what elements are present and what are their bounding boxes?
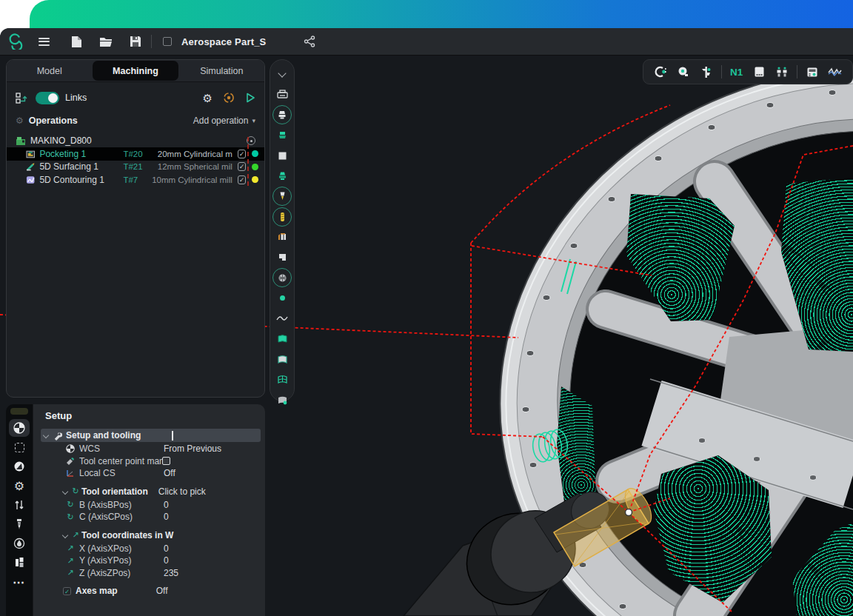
row-axis-z[interactable]: ↗ Z (AxisZPos) 235	[33, 567, 265, 580]
run-play-icon[interactable]	[245, 93, 255, 103]
row-axis-c[interactable]: ↻ C (AxisCPos) 0	[33, 511, 265, 523]
row-axis-x[interactable]: ↗ X (AxisXPos) 0	[33, 543, 265, 555]
tab-model[interactable]: Model	[7, 60, 92, 81]
add-operation-button[interactable]: Add operation▾	[193, 116, 255, 126]
surfacing-icon	[26, 162, 35, 171]
operations-header: ⚙ Operations Add operation▾	[7, 112, 264, 130]
tab-machining[interactable]: Machining	[93, 61, 178, 81]
tool-holder-block-icon[interactable]	[9, 554, 30, 572]
group-axes-map[interactable]: ✓ Axes map Off	[41, 584, 261, 597]
tool-pair-icon[interactable]	[772, 62, 792, 81]
selection-icon[interactable]	[9, 438, 30, 456]
row-wcs[interactable]: WCS From Previous	[33, 443, 265, 455]
row-local-cs[interactable]: Local CS Off	[33, 467, 265, 480]
separator	[721, 65, 722, 78]
wcs-icon[interactable]	[9, 419, 30, 437]
tab-simulation[interactable]: Simulation	[179, 60, 264, 81]
row-axis-y[interactable]: ↗ Y (AxisYPos) 0	[33, 555, 265, 567]
surface-face-icon[interactable]	[272, 390, 292, 409]
operation-row-contouring[interactable]: 5D Contouring 1 T#7 10mm Cylindrical mil…	[7, 173, 264, 187]
pocketing-icon	[26, 150, 35, 158]
window-gradient-strip	[30, 0, 853, 31]
machine-row[interactable]: MAKINO_D800	[7, 134, 264, 147]
menu-icon[interactable]	[33, 32, 55, 51]
title-bar: Aerospace Part_S	[0, 28, 853, 56]
document-icon[interactable]	[156, 32, 178, 51]
tool-shank-icon[interactable]	[272, 207, 292, 227]
app-logo-icon[interactable]	[4, 32, 27, 51]
tcp-icon	[66, 457, 75, 466]
die-icon[interactable]	[272, 248, 292, 267]
row-axis-b[interactable]: ↻ B (AxisBPos) 0	[33, 499, 265, 512]
cutting-tool-icon[interactable]	[272, 187, 292, 206]
surface-teal-icon[interactable]	[272, 329, 292, 349]
group-tool-orientation[interactable]: ↻ Tool orientation Click to pick	[41, 485, 261, 498]
mesh-sphere-icon[interactable]	[272, 268, 292, 287]
more-icon[interactable]: ⋯	[9, 573, 30, 591]
links-toggle[interactable]	[36, 92, 59, 104]
surface-light-icon[interactable]	[272, 349, 292, 369]
contouring-icon	[26, 175, 35, 184]
axis-diagonal-icon: ↗	[71, 530, 80, 540]
visibility-checkbox[interactable]: ✓	[238, 175, 247, 184]
visibility-checkbox[interactable]: ✓	[238, 150, 247, 158]
machine-icon	[16, 136, 26, 146]
stock-icon[interactable]	[272, 126, 292, 145]
surface-mesh-icon[interactable]	[272, 370, 292, 389]
chevron-down-icon	[43, 432, 49, 438]
group-setup-and-tooling[interactable]: Setup and tooling	[41, 429, 261, 442]
calculator-icon[interactable]	[803, 62, 823, 81]
plane-icon[interactable]	[272, 146, 292, 165]
collapse-chevron-icon[interactable]	[272, 64, 292, 84]
operations-tree: MAKINO_D800 Pocketing 1 T#20 20mm Cylind…	[7, 134, 264, 187]
tool-tip-point	[626, 509, 632, 516]
share-icon[interactable]	[298, 32, 321, 51]
setup-icon-strip: ⚙ ⋯	[6, 404, 33, 616]
c-axis-icon[interactable]	[651, 62, 671, 81]
machine-view-icon[interactable]	[272, 85, 292, 104]
operation-row-surfacing[interactable]: 5D Surfacing 1 T#21 12mm Spherical mil ✓	[7, 161, 264, 174]
curve-icon[interactable]	[272, 309, 292, 328]
coolant-icon[interactable]	[9, 535, 30, 552]
compass-icon[interactable]	[9, 458, 30, 475]
clamp-icon[interactable]	[272, 227, 292, 247]
axis-diagonal-icon: ↗	[66, 568, 75, 578]
point-icon[interactable]	[272, 289, 292, 308]
axis-diagonal-icon: ↗	[66, 543, 75, 553]
open-file-icon[interactable]	[95, 32, 117, 51]
group-tool-coordinates[interactable]: ↗ Tool coordinates in W	[41, 529, 261, 542]
helix-toolpath	[531, 259, 576, 463]
new-file-icon[interactable]	[65, 32, 87, 51]
optimize-target-icon[interactable]	[223, 92, 235, 104]
fixture-icon[interactable]	[272, 167, 292, 186]
row-tool-center-point[interactable]: Tool center point man	[33, 455, 265, 468]
drill-tool-icon[interactable]	[9, 515, 30, 533]
separator	[797, 65, 797, 78]
axis-diagonal-icon: ↗	[66, 556, 75, 566]
chevron-down-icon	[62, 532, 68, 538]
tool-holder-icon[interactable]	[272, 105, 292, 124]
document-title: Aerospace Part_S	[181, 36, 266, 47]
chevron-down-icon	[62, 488, 68, 494]
operations-gear-icon: ⚙	[16, 116, 24, 125]
travel-limits-icon[interactable]	[9, 496, 30, 514]
axes-map-checkbox[interactable]: ✓	[63, 587, 71, 595]
backplot-icon[interactable]	[749, 62, 769, 81]
settings-icon[interactable]: ⚙	[9, 477, 30, 495]
machine-name: MAKINO_D800	[30, 135, 92, 146]
operation-row-pocketing[interactable]: Pocketing 1 T#20 20mm Cylindrical m ✓	[7, 147, 264, 161]
strip-handle[interactable]	[10, 408, 28, 415]
visibility-checkbox[interactable]: ✓	[238, 162, 247, 171]
caliper-icon[interactable]	[696, 62, 716, 81]
tcp-checkbox[interactable]	[162, 457, 170, 465]
wrench-icon	[53, 431, 62, 441]
settings-gear-icon[interactable]: ⚙	[203, 93, 213, 104]
nc-code-icon[interactable]: N1	[726, 62, 746, 81]
analysis-graph-icon[interactable]	[826, 62, 846, 81]
mode-tabs: Model Machining Simulation	[7, 60, 264, 82]
save-icon[interactable]	[124, 32, 147, 51]
probe-icon[interactable]	[674, 62, 694, 81]
setup-title: Setup	[45, 410, 265, 421]
setup-properties: Setup Setup and tooling WCS From Previou…	[33, 404, 265, 616]
rotate-icon: ↻	[66, 512, 75, 522]
